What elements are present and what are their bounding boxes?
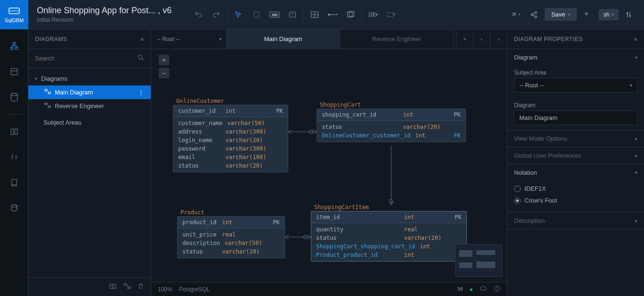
align-tool[interactable] [383,7,399,23]
section-notation[interactable]: Notation [507,164,644,181]
diagram-icon [44,89,51,96]
search-box[interactable] [28,49,151,68]
tree-item-main-diagram[interactable]: Main Diagram ⋮ [28,85,151,99]
delete-icon[interactable] [137,282,144,291]
select-area-tool[interactable] [249,7,265,23]
entity-online-customer[interactable]: OnlineCustomer customer_id int PK custom… [173,105,288,172]
section-diagram[interactable]: Diagram [507,49,644,66]
mode-indicator[interactable]: M [457,286,463,293]
script-icon[interactable] [6,174,23,191]
database-icon[interactable] [6,89,23,106]
help-icon[interactable] [494,285,500,293]
pointer-tool[interactable] [231,7,247,23]
add-tab-button[interactable]: + [456,29,473,49]
column-row[interactable]: passwordvarchar(300) [173,144,288,153]
svg-rect-35 [11,68,17,75]
svg-rect-30 [15,48,17,50]
db-engine: PostgreSQL [179,286,210,293]
tree-group-diagrams[interactable]: Diagrams [28,72,151,85]
note-tool[interactable] [284,7,301,23]
chevron-down-icon [35,76,37,81]
collapse-properties-icon[interactable]: » [634,36,637,42]
section-prefs[interactable]: Global User Preferences [507,147,644,164]
entity-title: Product [178,208,207,218]
project-title[interactable]: Online Shopping App for Post... , v6 [37,6,172,16]
diagram-explorer-icon[interactable] [6,38,23,55]
subject-area-label: Subject Area [507,66,644,78]
view-tool[interactable] [343,7,359,23]
fit-tool[interactable]: 100 [266,7,283,23]
column-row[interactable]: quantityreal [311,225,466,234]
column-row[interactable]: unit_pricereal [178,230,284,239]
reverse-engineer-icon[interactable] [6,200,23,217]
column-row[interactable]: statusvarchar(20) [311,234,466,242]
collapse-panel-icon[interactable]: « [141,36,144,42]
entity-title: ShoppingCartItem [311,203,372,212]
diagram-name-input[interactable]: Main Diagram [514,110,637,125]
column-row[interactable]: statusvarchar(20) [178,247,284,256]
tree-item-reverse-engineer[interactable]: Reverse Engineer [28,99,151,113]
column-row[interactable]: login_namevarchar(20) [173,136,288,144]
logo[interactable]: SqlDBM [0,0,28,29]
logo-icon [8,6,20,17]
svg-point-53 [497,290,498,290]
prev-tab-button[interactable]: ‹ [473,29,490,49]
notation-crows-foot[interactable]: Crow's Foot [514,195,637,206]
zoom-level[interactable]: 100% [158,286,172,293]
compare-icon[interactable] [6,149,23,166]
svg-point-26 [627,13,628,14]
columns-tool[interactable] [365,7,381,23]
minimap[interactable] [455,244,502,277]
share-button[interactable] [526,7,542,23]
entity-product[interactable]: Product product_id int PK unit_pricereal… [177,216,285,258]
snapshot-icon[interactable] [109,283,117,291]
column-row[interactable]: OnlineCustomer_customer_idintFK [317,131,465,140]
column-row[interactable]: descriptionvarchar(50) [178,239,284,247]
next-tab-button[interactable]: › [490,29,507,49]
column-row[interactable]: emailvarchar(100) [173,153,288,161]
column-row[interactable]: ShoppingCart_shopping_cart_idintFK [311,242,466,251]
tree-group-subject-areas[interactable]: Subject Areas [28,116,151,129]
entity-shopping-cart-item[interactable]: ShoppingCartItem item_id int PK quantity… [311,211,467,262]
table-tool[interactable] [307,7,323,23]
undo-button[interactable] [190,7,206,23]
entity-shopping-cart[interactable]: ShoppingCart shopping_cart_id int PK sta… [317,109,466,142]
svg-line-23 [532,15,535,17]
save-button[interactable]: Save [545,8,577,21]
canvas-area: -- Root -- Main Diagram Reverse Engineer… [151,29,507,296]
database-explorer-icon[interactable] [6,63,23,80]
svg-point-37 [11,93,17,96]
search-icon[interactable] [137,54,144,62]
revert-button[interactable] [580,7,596,23]
more-icon[interactable]: ⋮ [138,89,144,96]
diagram-icon [44,102,51,110]
column-row[interactable]: statusvarchar(20) [317,123,465,131]
svg-point-48 [112,285,114,288]
layout-icon[interactable] [123,283,131,291]
notation-idef1x[interactable]: IDEF1X [514,183,637,195]
column-row[interactable]: addressvarchar(300) [173,127,288,136]
subject-area-dropdown[interactable]: -- Root -- [151,29,227,49]
tab-main-diagram[interactable]: Main Diagram [227,29,340,49]
tab-reverse-engineer[interactable]: Reverse Engineer [340,29,454,49]
column-row[interactable]: Product_product_idintFK [311,251,466,259]
svg-point-19 [535,11,537,13]
section-description[interactable]: Description [507,212,644,229]
search-input[interactable] [35,55,137,62]
diagram-name-label: Diagram [507,98,644,110]
column-row[interactable]: customer_namevarchar(50) [173,119,288,127]
user-chip[interactable]: sh [599,9,618,20]
canvas[interactable]: + − OnlineCustomer [151,49,507,282]
subject-area-select[interactable]: -- Root -- [514,78,637,93]
column-row[interactable]: statusvarchar(20) [173,161,288,170]
section-view-mode[interactable]: View Mode Options [507,130,644,147]
redo-button[interactable] [208,7,224,23]
settings-icon[interactable] [621,7,637,23]
svg-rect-28 [13,42,15,44]
cloud-icon[interactable] [480,286,487,293]
relationship-tool[interactable] [325,7,341,23]
diagrams-panel: DIAGRAMS « Diagrams Main Diagram ⋮ [28,29,151,296]
docs-icon[interactable] [6,123,23,140]
svg-point-20 [531,14,533,16]
export-button[interactable] [507,7,523,23]
